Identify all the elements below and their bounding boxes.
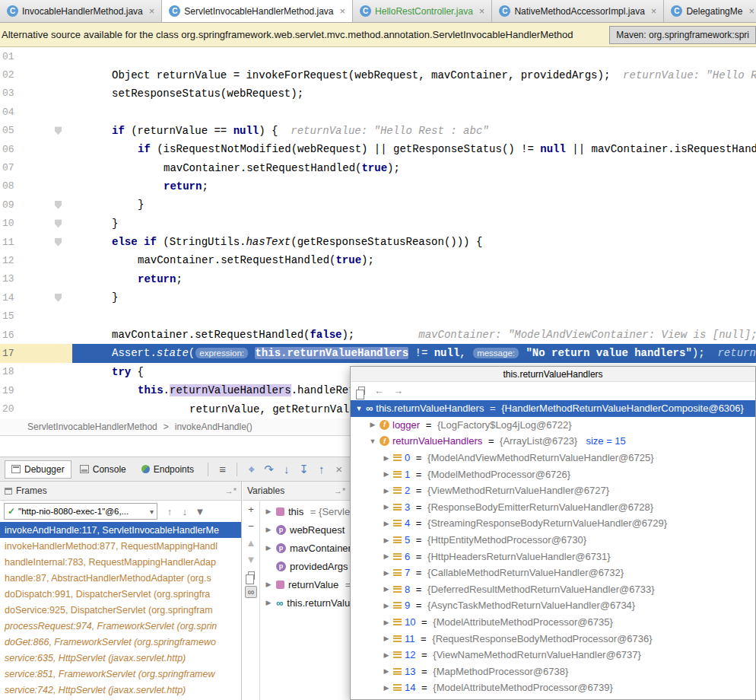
debug-tab-endpoints[interactable]: Endpoints bbox=[135, 460, 201, 479]
chevron-right-icon[interactable]: ▶ bbox=[383, 503, 390, 511]
show-execution-point-icon[interactable]: ⌖ bbox=[243, 463, 260, 476]
thread-selector[interactable]: ✓ "http-nio-8080-exec-1"@6,... ▾ bbox=[4, 503, 157, 520]
back-icon[interactable]: ← bbox=[374, 385, 384, 396]
popup-row[interactable]: ▶11 = {RequestResponseBodyMethodProcesso… bbox=[351, 630, 755, 647]
float-panel-icon[interactable]: →* bbox=[225, 486, 237, 495]
debug-tab-console[interactable]: Console bbox=[73, 460, 133, 479]
move-watch-down-icon[interactable]: ▼ bbox=[246, 555, 256, 565]
popup-row[interactable]: ▶flogger = {LogFactory$Log4jLog@6722} bbox=[351, 417, 755, 434]
editor-gutter[interactable]: 15 bbox=[0, 307, 72, 325]
editor-gutter[interactable]: 04 bbox=[0, 103, 72, 121]
step-into-icon[interactable]: ↓ bbox=[278, 463, 295, 476]
popup-row[interactable]: ▶6 = {HttpHeadersReturnValueHandler@6731… bbox=[351, 548, 755, 565]
remove-watch-icon[interactable]: − bbox=[248, 521, 254, 532]
popup-row[interactable]: ▶10 = {ModelAttributeMethodProcessor@673… bbox=[351, 614, 755, 631]
editor-tab[interactable]: CDelegatingMe× bbox=[664, 0, 756, 22]
editor-tab[interactable]: CInvocableHandlerMethod.java× bbox=[0, 0, 162, 22]
popup-row[interactable]: ▶2 = {ViewMethodReturnValueHandler@6727} bbox=[351, 482, 755, 499]
frame-row[interactable]: doGet:866, FrameworkServlet (org.springf… bbox=[0, 634, 241, 650]
chevron-right-icon[interactable]: ▶ bbox=[383, 520, 390, 527]
popup-row[interactable]: ▼freturnValueHandlers = {ArrayList@6723}… bbox=[351, 433, 755, 450]
popup-row[interactable]: ▶7 = {CallableMethodReturnValueHandler@6… bbox=[351, 565, 755, 581]
editor-gutter[interactable]: 17 bbox=[0, 344, 72, 362]
popup-row[interactable]: ▶1 = {ModelMethodProcessor@6726} bbox=[351, 466, 755, 482]
copy-icon[interactable] bbox=[358, 387, 365, 395]
editor-gutter[interactable]: 12 bbox=[0, 251, 72, 269]
chevron-right-icon[interactable]: ▶ bbox=[383, 619, 390, 626]
fold-marker-icon[interactable] bbox=[55, 294, 62, 302]
previous-frame-icon[interactable]: ↑ bbox=[162, 506, 177, 517]
chevron-right-icon[interactable]: ▶ bbox=[265, 599, 272, 606]
forward-icon[interactable]: → bbox=[393, 385, 403, 396]
close-tab-icon[interactable]: × bbox=[651, 5, 657, 17]
frame-row[interactable]: handle:87, AbstractHandlerMethodAdapter … bbox=[0, 570, 241, 586]
editor-tab[interactable]: CNativeMethodAccessorImpl.java× bbox=[492, 0, 664, 22]
chevron-right-icon[interactable]: ▶ bbox=[265, 544, 272, 552]
close-tab-icon[interactable]: × bbox=[748, 5, 754, 17]
editor-tab[interactable]: CHelloRestController.java× bbox=[353, 0, 492, 22]
close-tab-icon[interactable]: × bbox=[149, 5, 155, 17]
chevron-right-icon[interactable]: ▶ bbox=[383, 454, 390, 462]
float-panel-icon[interactable]: →* bbox=[334, 486, 345, 495]
chevron-right-icon[interactable]: ▶ bbox=[265, 526, 272, 533]
frame-row[interactable]: doService:925, DispatcherServlet (org.sp… bbox=[0, 602, 241, 618]
popup-row[interactable]: ▶8 = {DeferredResultMethodReturnValueHan… bbox=[351, 581, 755, 598]
popup-row[interactable]: ▶3 = {ResponseBodyEmitterReturnValueHand… bbox=[351, 499, 755, 516]
editor-gutter[interactable]: 19 bbox=[0, 381, 72, 399]
editor-gutter[interactable]: 03 bbox=[0, 84, 72, 103]
chevron-right-icon[interactable]: ▶ bbox=[383, 552, 390, 560]
debug-tab-debugger[interactable]: Debugger bbox=[5, 460, 71, 479]
popup-row[interactable]: ▶12 = {ViewNameMethodReturnValueHandler@… bbox=[351, 647, 755, 663]
chevron-down-icon[interactable]: ▼ bbox=[355, 405, 363, 412]
fold-marker-icon[interactable] bbox=[55, 219, 62, 228]
frame-row[interactable]: invokeHandlerMethod:877, RequestMappingH… bbox=[0, 538, 241, 554]
popup-row[interactable]: ▶0 = {ModelAndViewMethodReturnValueHandl… bbox=[351, 450, 755, 466]
chevron-right-icon[interactable]: ▶ bbox=[383, 651, 390, 659]
fold-marker-icon[interactable] bbox=[55, 126, 62, 135]
frame-row[interactable]: doDispatch:991, DispatcherServlet (org.s… bbox=[0, 586, 241, 602]
frame-row[interactable]: service:635, HttpServlet (javax.servlet.… bbox=[0, 650, 241, 666]
breadcrumb-class[interactable]: ServletInvocableHandlerMethod bbox=[27, 422, 157, 432]
chevron-right-icon[interactable]: ▶ bbox=[265, 508, 272, 515]
chevron-right-icon[interactable]: ▶ bbox=[383, 684, 390, 692]
editor-gutter[interactable]: 10 bbox=[0, 215, 72, 233]
frame-row[interactable]: service:742, HttpServlet (javax.servlet.… bbox=[0, 682, 241, 698]
frame-row[interactable]: handleInternal:783, RequestMappingHandle… bbox=[0, 554, 241, 570]
chevron-right-icon[interactable]: ▶ bbox=[383, 536, 390, 544]
chevron-down-icon[interactable]: ▼ bbox=[369, 438, 376, 445]
add-watch-icon[interactable]: + bbox=[248, 504, 254, 515]
alternative-source-selector[interactable]: Maven: org.springframework:spri bbox=[609, 26, 756, 44]
popup-row[interactable]: ▶5 = {HttpEntityMethodProcessor@6730} bbox=[351, 532, 755, 549]
popup-row[interactable]: ▼∞this.returnValueHandlers = {HandlerMet… bbox=[351, 400, 755, 417]
fold-marker-icon[interactable] bbox=[55, 238, 62, 247]
filter-frames-icon[interactable]: ▼ bbox=[192, 506, 208, 517]
breadcrumb-method[interactable]: invokeAndHandle() bbox=[175, 422, 253, 432]
chevron-right-icon[interactable]: ▶ bbox=[383, 602, 390, 609]
step-over-icon[interactable]: ↷ bbox=[260, 463, 278, 476]
editor-tab[interactable]: CServletInvocableHandlerMethod.java× bbox=[162, 0, 353, 22]
editor-gutter[interactable]: 07 bbox=[0, 158, 72, 177]
editor-gutter[interactable]: 02 bbox=[0, 65, 72, 84]
popup-row[interactable]: ▶13 = {MapMethodProcessor@6738} bbox=[351, 663, 755, 680]
frame-row[interactable]: processRequest:974, FrameworkServlet (or… bbox=[0, 618, 241, 634]
show-watches-icon[interactable]: ∞ bbox=[245, 586, 258, 598]
chevron-right-icon[interactable]: ▶ bbox=[369, 421, 376, 428]
editor-gutter[interactable]: 16 bbox=[0, 326, 72, 344]
fold-marker-icon[interactable] bbox=[55, 201, 62, 209]
next-frame-icon[interactable]: ↓ bbox=[177, 506, 192, 517]
chevron-right-icon[interactable]: ▶ bbox=[383, 470, 390, 478]
drop-frame-icon[interactable]: × bbox=[330, 463, 348, 476]
editor-gutter[interactable]: 18 bbox=[0, 363, 72, 381]
chevron-right-icon[interactable]: ▶ bbox=[383, 667, 390, 675]
close-tab-icon[interactable]: × bbox=[479, 5, 485, 17]
editor-gutter[interactable]: 20 bbox=[0, 399, 72, 418]
frame-row[interactable]: invokeAndHandle:117, ServletInvocableHan… bbox=[0, 522, 241, 538]
popup-row[interactable]: ▶4 = {StreamingResponseBodyReturnValueHa… bbox=[351, 515, 755, 532]
editor-gutter[interactable]: 01 bbox=[0, 47, 72, 65]
chevron-right-icon[interactable]: ▶ bbox=[383, 585, 390, 593]
close-tab-icon[interactable]: × bbox=[339, 5, 345, 17]
chevron-right-icon[interactable]: ▶ bbox=[383, 487, 390, 495]
editor-gutter[interactable]: 11 bbox=[0, 233, 72, 251]
move-watch-up-icon[interactable]: ▲ bbox=[246, 538, 256, 549]
chevron-right-icon[interactable]: ▶ bbox=[265, 581, 272, 588]
